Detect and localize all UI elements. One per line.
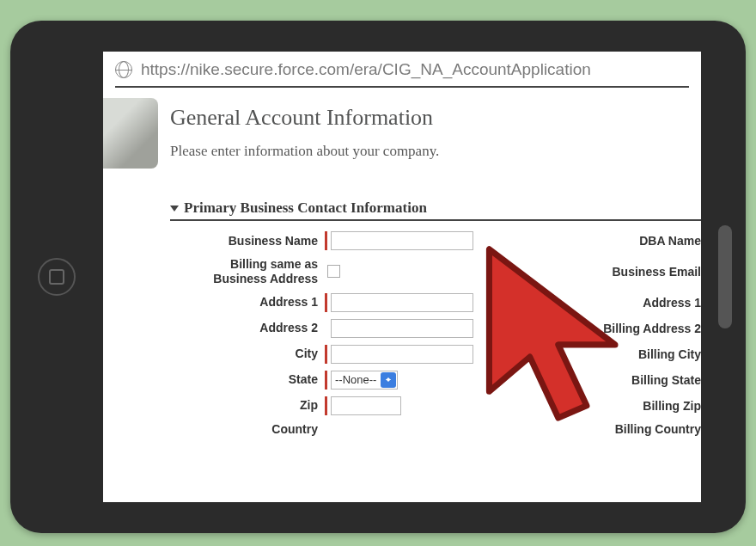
globe-icon (115, 61, 132, 78)
section-header: Primary Business Contact Information (170, 199, 701, 221)
business-name-input[interactable] (331, 231, 473, 250)
label-b-city: Billing City (497, 347, 701, 361)
label-b-zip: Billing Zip (497, 399, 701, 413)
page-subtitle: Please enter information about your comp… (170, 143, 701, 160)
zip-input[interactable] (331, 396, 401, 415)
address2-input[interactable] (331, 319, 473, 338)
browser-screen: https://nike.secure.force.com/era/CIG_NA… (103, 52, 701, 502)
cell-address2 (325, 319, 497, 338)
chevron-updown-icon (381, 372, 396, 388)
cell-state: --None-- (325, 371, 497, 390)
cell-billing-same (325, 265, 497, 278)
label-b-country: Billing Country (497, 422, 701, 436)
label-business-email: Business Email (497, 265, 701, 279)
home-button[interactable] (38, 258, 76, 296)
city-input[interactable] (331, 345, 473, 364)
label-business-name: Business Name (170, 234, 325, 248)
cell-address1 (325, 293, 497, 312)
label-zip: Zip (170, 398, 325, 413)
side-image (103, 98, 158, 169)
required-marker (325, 293, 327, 312)
label-state: State (170, 372, 325, 387)
label-b-address1: Address 1 (497, 296, 701, 310)
form-grid: Business Name DBA Name Billing same as B… (170, 231, 701, 436)
label-city: City (170, 347, 325, 361)
address1-input[interactable] (331, 293, 473, 312)
label-b-state: Billing State (497, 373, 701, 387)
side-switch[interactable] (718, 225, 732, 328)
page-content: General Account Information Please enter… (103, 88, 701, 436)
required-marker (325, 231, 327, 250)
label-country: Country (170, 422, 325, 437)
label-b-address2: Billing Address 2 (497, 322, 701, 335)
cell-zip (325, 396, 497, 415)
label-billing-same: Billing same as Business Address (170, 257, 325, 286)
label-address1: Address 1 (170, 295, 325, 310)
required-marker (325, 396, 327, 415)
state-select[interactable]: --None-- (331, 371, 398, 390)
required-marker (325, 345, 327, 364)
url-text: https://nike.secure.force.com/era/CIG_NA… (141, 60, 591, 79)
label-dba-name: DBA Name (497, 234, 701, 248)
required-marker (325, 371, 327, 390)
url-bar[interactable]: https://nike.secure.force.com/era/CIG_NA… (103, 52, 701, 86)
label-address2: Address 2 (170, 321, 325, 335)
page-title: General Account Information (170, 105, 701, 131)
cell-city (325, 345, 497, 364)
cell-business-name (325, 231, 497, 250)
billing-same-checkbox[interactable] (327, 265, 340, 278)
tablet-frame: https://nike.secure.force.com/era/CIG_NA… (10, 21, 746, 533)
